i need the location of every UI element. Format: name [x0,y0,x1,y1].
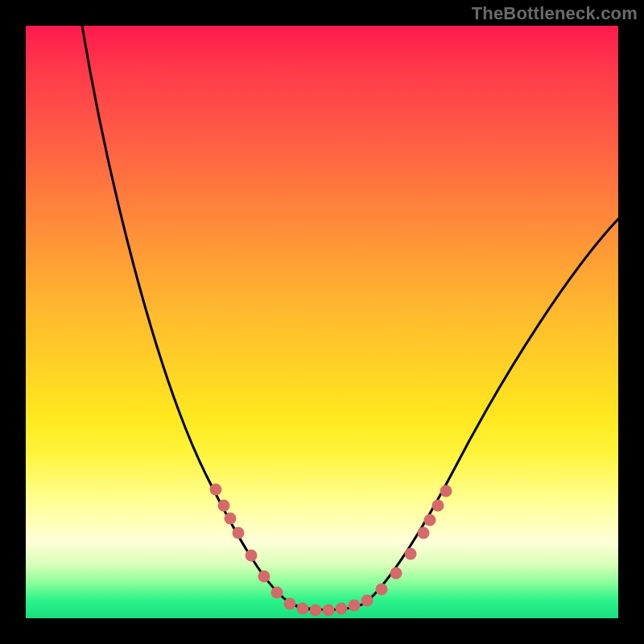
data-point [271,587,283,599]
data-point [246,550,258,562]
data-point [418,527,430,539]
data-point [323,605,335,617]
data-point [440,485,452,497]
data-point [405,548,417,560]
data-point [218,500,230,512]
data-point [361,595,374,607]
data-point [336,603,348,615]
data-point [233,527,245,539]
data-point [310,605,322,617]
data-point [349,600,361,612]
curve-left [82,26,320,610]
data-point [424,514,436,526]
data-point [210,484,222,496]
data-point [390,568,402,580]
plot-area [26,26,618,618]
data-point [258,571,270,583]
curve-right [364,219,618,604]
data-point [432,500,444,512]
outer-frame: TheBottleneck.com [0,0,644,644]
data-point [225,513,237,525]
chart-svg [26,26,618,618]
data-point [284,598,296,610]
data-point [376,584,388,596]
watermark-text: TheBottleneck.com [472,3,638,24]
data-point [297,603,309,615]
